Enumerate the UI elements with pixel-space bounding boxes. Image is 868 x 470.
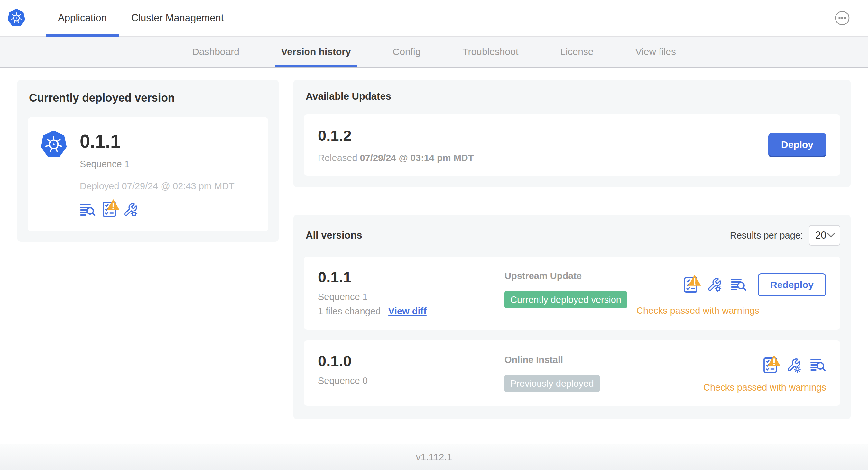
tab-application[interactable]: Application [46, 0, 119, 36]
available-updates-panel: Available Updates 0.1.2 Released 07/29/2… [293, 80, 850, 187]
preflight-status-text: Checks passed with warnings [703, 382, 826, 393]
preflight-checks-icon[interactable] [684, 277, 698, 293]
all-versions-panel: All versions Results per page: 20 0.1.1 … [293, 215, 850, 419]
view-diff-link[interactable]: View diff [388, 306, 427, 317]
tab-view-files[interactable]: View files [636, 37, 676, 67]
top-header: Application Cluster Management [0, 0, 868, 37]
app-level-tabs: Application Cluster Management [46, 0, 236, 36]
ellipsis-menu-button[interactable] [835, 10, 850, 26]
warning-triangle-icon [767, 352, 781, 369]
deployed-timestamp: Deployed 07/29/24 @ 02:43 pm MDT [80, 181, 235, 192]
release-notes-icon[interactable] [80, 203, 96, 217]
ellipsis-menu-icon [835, 10, 850, 26]
preflight-checks-icon[interactable] [102, 201, 117, 217]
deployed-sequence: Sequence 1 [80, 159, 235, 169]
config-icon[interactable] [707, 277, 722, 292]
warning-triangle-icon [106, 197, 120, 213]
deployed-panel-title: Currently deployed version [28, 91, 268, 104]
deployed-version-number: 0.1.1 [80, 132, 235, 151]
preflight-checks-icon[interactable] [763, 357, 777, 373]
row-sequence: Sequence 0 [318, 375, 504, 386]
currently-deployed-panel: Currently deployed version 0.1.1 Sequenc… [18, 80, 279, 242]
all-versions-title: All versions [304, 230, 362, 241]
available-update-card: 0.1.2 Released 07/29/24 @ 03:14 pm MDT D… [304, 114, 840, 175]
results-per-page-label: Results per page: [730, 230, 803, 241]
tab-config[interactable]: Config [393, 37, 421, 67]
kubernetes-logo-icon [7, 8, 26, 28]
tab-version-history[interactable]: Version history [281, 37, 351, 67]
section-nav: Dashboard Version history Config Trouble… [0, 37, 868, 68]
main-content: Currently deployed version 0.1.1 Sequenc… [0, 68, 868, 444]
row-source: Upstream Update [504, 271, 637, 281]
chevron-down-icon [827, 233, 835, 238]
kubernetes-logo-icon [40, 130, 68, 217]
available-updates-title: Available Updates [304, 91, 840, 102]
preflight-status-text: Checks passed with warnings [637, 305, 826, 316]
redeploy-button[interactable]: Redeploy [758, 273, 826, 296]
deployed-version-card: 0.1.1 Sequence 1 Deployed 07/29/24 @ 02:… [28, 117, 268, 231]
results-per-page-select[interactable]: 20 [809, 225, 840, 246]
tab-cluster-management[interactable]: Cluster Management [119, 0, 236, 36]
results-per-page-value: 20 [815, 230, 826, 241]
release-notes-icon[interactable] [810, 358, 826, 372]
tab-troubleshoot[interactable]: Troubleshoot [462, 37, 518, 67]
version-row: 0.1.0 Sequence 0 Online Install Previous… [304, 340, 840, 406]
row-version-number: 0.1.0 [318, 352, 504, 370]
row-sequence: Sequence 1 [318, 292, 504, 302]
status-badge: Currently deployed version [504, 291, 627, 308]
release-notes-icon[interactable] [731, 278, 747, 292]
row-version-number: 0.1.1 [318, 268, 504, 286]
config-icon[interactable] [123, 203, 138, 217]
update-released-line: Released 07/29/24 @ 03:14 pm MDT [318, 153, 473, 163]
config-icon[interactable] [786, 358, 801, 373]
row-files-changed: 1 files changed [318, 306, 381, 317]
update-version-number: 0.1.2 [318, 127, 473, 144]
status-badge: Previously deployed [504, 375, 600, 392]
deploy-button[interactable]: Deploy [768, 133, 826, 157]
row-source: Online Install [504, 355, 703, 365]
tab-license[interactable]: License [560, 37, 593, 67]
tab-dashboard[interactable]: Dashboard [192, 37, 239, 67]
version-row: 0.1.1 Sequence 1 1 files changed View di… [304, 257, 840, 330]
app-footer: v1.112.1 [0, 444, 868, 470]
update-released-date: 07/29/24 @ 03:14 pm MDT [360, 153, 474, 163]
warning-triangle-icon [687, 272, 702, 289]
console-version: v1.112.1 [416, 452, 452, 463]
